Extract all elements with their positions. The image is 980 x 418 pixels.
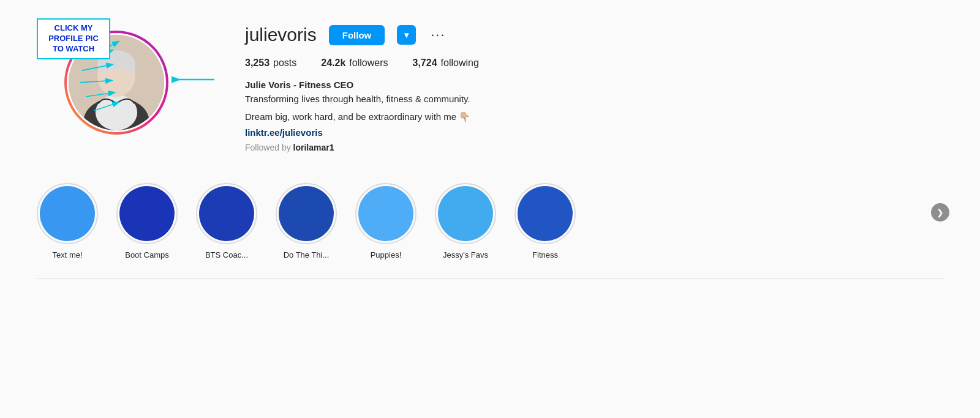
followed-by-user[interactable]: lorilamar1 (293, 143, 334, 152)
highlight-item[interactable]: Puppies! (355, 183, 417, 259)
followers-label: followers (349, 58, 388, 69)
avatar-section: CLICK MY PROFILE PIC TO WATCH (37, 18, 172, 135)
right-arrow-svg (172, 67, 221, 92)
following-label: following (441, 58, 479, 69)
highlight-item[interactable]: Fitness (514, 183, 576, 259)
highlight-label: Jessy's Favs (443, 250, 488, 259)
highlights-section: Text me!Boot CampsBTS Coac...Do The Thi.… (37, 177, 943, 272)
highlight-inner (199, 186, 254, 241)
highlight-inner (518, 186, 573, 241)
highlight-item[interactable]: Jessy's Favs (435, 183, 496, 259)
followed-by-prefix: Followed by (245, 143, 293, 152)
divider (37, 278, 943, 278)
annotation-box: CLICK MY PROFILE PIC TO WATCH (37, 18, 110, 59)
profile-header-row: julievoris Follow ▾ ··· (245, 24, 943, 45)
highlight-inner (438, 186, 493, 241)
bio-link[interactable]: linktr.ee/julievoris (245, 127, 943, 138)
highlight-circle (276, 183, 337, 244)
followers-value: 24.2k (321, 58, 345, 69)
highlight-inner (119, 186, 175, 241)
highlight-circle (116, 183, 178, 244)
posts-label: posts (273, 58, 296, 69)
highlight-inner (40, 186, 95, 241)
highlight-circle (355, 183, 417, 244)
highlight-circle (435, 183, 496, 244)
highlight-circle (514, 183, 576, 244)
following-stat[interactable]: 3,724 following (412, 58, 478, 69)
highlight-item[interactable]: Do The Thi... (276, 183, 337, 259)
page-wrapper: CLICK MY PROFILE PIC TO WATCH (0, 0, 980, 303)
followed-by: Followed by lorilamar1 (245, 143, 943, 152)
posts-stat: 3,253 posts (245, 58, 296, 69)
followers-stat[interactable]: 24.2k followers (321, 58, 388, 69)
highlight-label: Text me! (52, 250, 82, 259)
bio-line2: Dream big, work hard, and be extraordina… (245, 110, 943, 124)
highlight-item[interactable]: BTS Coac... (196, 183, 257, 259)
profile-top: CLICK MY PROFILE PIC TO WATCH (37, 18, 943, 152)
username: julievoris (245, 24, 317, 45)
highlights-next-button[interactable]: ❯ (931, 203, 949, 222)
bio-line1: Transforming lives through health, fitne… (245, 92, 943, 106)
profile-info: julievoris Follow ▾ ··· 3,253 posts 24.2… (245, 18, 943, 152)
more-options-button[interactable]: ··· (428, 27, 448, 43)
posts-value: 3,253 (245, 58, 270, 69)
bio-name: Julie Voris - Fitness CEO (245, 80, 943, 90)
stats-row: 3,253 posts 24.2k followers 3,724 follow… (245, 58, 943, 69)
highlight-circle (196, 183, 257, 244)
annotation-text: CLICK MY PROFILE PIC TO WATCH (48, 23, 99, 53)
highlight-label: Puppies! (371, 250, 402, 259)
dropdown-button[interactable]: ▾ (397, 25, 416, 45)
following-value: 3,724 (412, 58, 437, 69)
highlight-circle (37, 183, 98, 244)
highlight-label: Boot Camps (125, 250, 169, 259)
follow-button[interactable]: Follow (329, 25, 385, 45)
highlight-label: Fitness (532, 250, 558, 259)
highlight-item[interactable]: Boot Camps (116, 183, 178, 259)
highlight-item[interactable]: Text me! (37, 183, 98, 259)
highlight-inner (358, 186, 413, 241)
highlight-label: BTS Coac... (205, 250, 248, 259)
highlight-inner (279, 186, 334, 241)
highlight-label: Do The Thi... (284, 250, 330, 259)
svg-point-12 (124, 56, 136, 73)
